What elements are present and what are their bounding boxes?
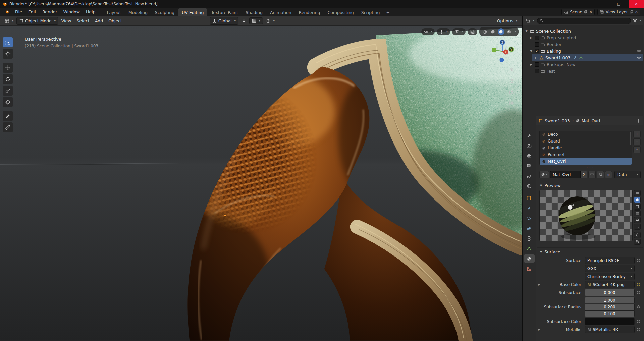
tool-transform[interactable] — [3, 97, 13, 107]
node-socket-icon[interactable] — [637, 291, 640, 294]
remove-view-layer-icon[interactable]: × — [635, 10, 638, 14]
navigation-gizmo[interactable]: Z X Y — [490, 39, 515, 64]
tab-texture[interactable] — [524, 265, 535, 273]
tab-world[interactable] — [524, 182, 535, 190]
browse-material-button[interactable]: ▾ — [539, 171, 549, 178]
radius-y-slider[interactable]: 0.200 — [585, 304, 635, 310]
outliner-item-label[interactable]: Render — [547, 42, 562, 47]
tab-scene[interactable] — [524, 172, 535, 180]
unlink-material-button[interactable]: × — [605, 171, 612, 178]
surface-panel-header[interactable]: ▼ Surface — [537, 247, 643, 256]
distribution-dropdown[interactable]: GGX▾ — [585, 265, 635, 272]
menu-select[interactable]: Select — [74, 17, 92, 24]
breadcrumb-object[interactable]: Sword1.003 — [545, 118, 570, 123]
tab-shading[interactable]: Shading — [242, 8, 266, 16]
radius-z-slider[interactable]: 0.100 — [585, 310, 635, 317]
tab-sculpting[interactable]: Sculpting — [151, 8, 178, 16]
viewport-canvas[interactable]: User Perspective (213) Scene Collection … — [0, 26, 522, 341]
tab-uv-editing[interactable]: UV Editing — [178, 8, 207, 16]
disclosure-closed-icon[interactable]: ▶ — [529, 36, 533, 39]
node-socket-icon[interactable] — [637, 320, 640, 323]
transform-orientation-selector[interactable]: Global ▾ — [210, 17, 238, 25]
material-slot[interactable]: Guard — [540, 138, 632, 145]
filter-icon[interactable] — [633, 18, 637, 23]
base-color-texture-field[interactable]: SColor4_4K.png — [585, 281, 635, 288]
menu-view[interactable]: View — [59, 17, 74, 24]
outliner-row-test[interactable]: Test — [527, 68, 643, 74]
subsurface-color-swatch[interactable] — [585, 318, 635, 325]
blender-menu-button[interactable] — [2, 8, 12, 15]
hide-eye-icon[interactable] — [637, 49, 641, 53]
tab-rendering[interactable]: Rendering — [295, 8, 324, 16]
new-view-layer-icon[interactable] — [630, 10, 633, 14]
node-socket-icon[interactable] — [637, 283, 640, 286]
subsurface-slider[interactable]: 0.000 — [585, 289, 635, 296]
tab-physics[interactable] — [524, 224, 535, 232]
outliner-row-render[interactable]: Render — [527, 41, 643, 48]
preview-world-button[interactable] — [634, 239, 641, 245]
menu-edit[interactable]: Edit — [25, 8, 39, 16]
outliner-item-label[interactable]: Scene Collection — [536, 29, 571, 34]
outliner-row-scene-collection[interactable]: ▼ Scene Collection — [523, 27, 643, 34]
preview-cube-button[interactable] — [634, 204, 641, 210]
outliner-row-backups-new[interactable]: ▶ Backups_New — [527, 61, 643, 68]
tab-render[interactable] — [524, 142, 535, 150]
scene-selector[interactable]: Scene × — [561, 9, 595, 15]
preview-cloth-button[interactable] — [634, 224, 641, 230]
tab-modifiers[interactable] — [524, 204, 535, 212]
tab-compositing[interactable]: Compositing — [324, 8, 357, 16]
new-scene-icon[interactable] — [584, 10, 588, 14]
menu-render[interactable]: Render — [39, 8, 60, 16]
editor-type-button[interactable]: ▾ — [2, 18, 16, 24]
outliner-item-label[interactable]: Backups_New — [547, 62, 576, 67]
tab-texture-paint[interactable]: Texture Paint — [207, 8, 242, 16]
preview-sphere-button[interactable] — [634, 197, 641, 203]
link-mode-dropdown[interactable]: Data ▾ — [614, 171, 641, 178]
outliner-item-label[interactable]: Sword1.003 — [545, 55, 570, 60]
tab-scripting[interactable]: Scripting — [358, 8, 384, 16]
remove-slot-button[interactable]: − — [633, 138, 641, 145]
menu-object[interactable]: Object — [106, 17, 124, 24]
fake-user-button[interactable] — [588, 171, 596, 178]
preview-fluid-button[interactable] — [634, 232, 641, 238]
expand-arrow-icon[interactable]: ▶ — [537, 328, 542, 331]
preview-hair-button[interactable] — [634, 210, 641, 216]
menu-window[interactable]: Window — [60, 8, 83, 16]
overlays-dropdown[interactable]: ▾ — [452, 28, 466, 35]
preview-panel-header[interactable]: ▼ Preview — [537, 181, 643, 189]
tool-move[interactable] — [3, 63, 13, 73]
tab-material[interactable] — [524, 254, 535, 263]
disclosure-closed-icon[interactable]: ▶ — [529, 63, 533, 66]
disclosure-open-icon[interactable]: ▼ — [525, 30, 528, 33]
menu-add[interactable]: Add — [93, 17, 105, 24]
gizmos-dropdown[interactable]: ▾ — [437, 28, 450, 35]
outliner-row-baking[interactable]: ▼ ✓ Baking — [527, 48, 643, 54]
outliner-item-label[interactable]: Prop_sculpted — [547, 35, 576, 40]
snap-target-selector[interactable]: ▾ — [249, 17, 263, 24]
close-button[interactable]: × — [629, 0, 644, 8]
shading-material-button[interactable] — [498, 28, 504, 35]
tool-annotate[interactable] — [3, 111, 13, 121]
surface-shader-menu[interactable]: Principled BSDF — [585, 257, 635, 264]
subsurface-method-dropdown[interactable]: Christensen-Burley▾ — [585, 273, 635, 280]
users-count-button[interactable]: 2 — [581, 171, 587, 178]
pin-icon[interactable] — [636, 119, 641, 123]
minimize-button[interactable]: — — [593, 0, 608, 8]
zoom-button[interactable] — [507, 65, 516, 74]
outliner-search[interactable] — [537, 18, 631, 24]
preview-shaderball-button[interactable] — [634, 217, 641, 223]
material-name-field[interactable]: Mat_Ovrl 2 — [550, 171, 587, 178]
outliner-editor-type-button[interactable]: ▾ — [525, 18, 535, 24]
collection-checkbox[interactable] — [535, 36, 539, 40]
tool-measure[interactable] — [3, 122, 13, 132]
tab-animation[interactable]: Animation — [266, 8, 295, 16]
tool-scale[interactable] — [3, 86, 13, 96]
tab-object[interactable] — [524, 194, 535, 202]
options-button[interactable]: Options ▾ — [495, 17, 520, 24]
xray-toggle[interactable] — [468, 28, 477, 35]
node-socket-icon[interactable] — [637, 328, 640, 331]
collection-checkbox[interactable] — [535, 62, 539, 67]
tab-object-data[interactable] — [524, 244, 535, 252]
shading-rendered-button[interactable] — [506, 28, 513, 35]
material-slot-active[interactable]: Mat_Ovrl — [540, 158, 632, 165]
